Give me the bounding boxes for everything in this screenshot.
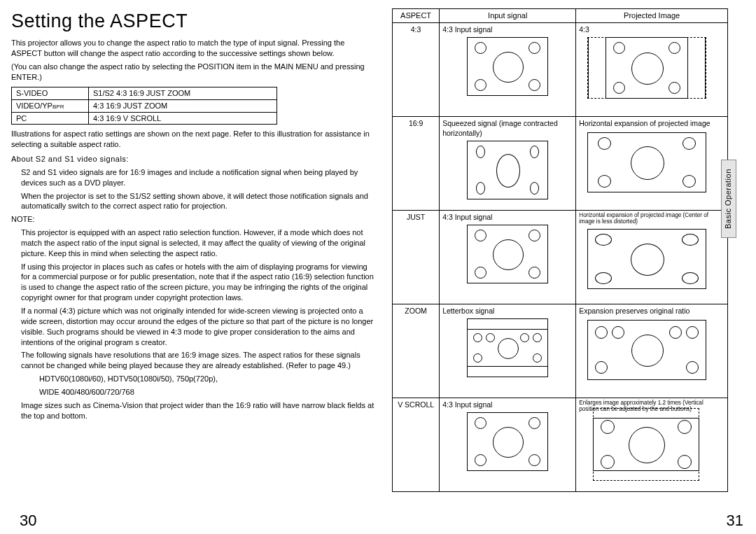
- page-number-right: 31: [727, 510, 743, 531]
- diagram-proj-vscroll: [579, 414, 724, 477]
- aspect-label: 4:3: [393, 22, 440, 116]
- intro-p2: (You can also change the aspect ratio by…: [11, 62, 375, 83]
- diagram-proj-just: [579, 227, 724, 294]
- sig-row-label: VIDEO/YPBPR: [12, 99, 89, 112]
- note-3: If a normal (4:3) picture which was not …: [11, 306, 375, 347]
- hdr-proj: Projected Image: [576, 9, 728, 23]
- input-cell: Letterbox signal: [440, 304, 576, 398]
- right-column: ASPECT Input signal Projected Image 4:3 …: [392, 8, 728, 492]
- page-number-left: 30: [20, 510, 36, 531]
- aspect-label: JUST: [393, 210, 440, 304]
- diagram-input-43: [442, 37, 573, 104]
- aspect-label: V SCROLL: [393, 398, 440, 491]
- note-4: The following signals have resolutions t…: [11, 350, 375, 371]
- sig-row-label: S-VIDEO: [12, 87, 89, 99]
- about-heading: About S2 and S1 video signals:: [11, 154, 375, 164]
- intro-p1: This projector allows you to change the …: [11, 38, 375, 59]
- section-tab: Basic Operation: [721, 160, 736, 238]
- about-p1: S2 and S1 video signals are for 16:9 ima…: [11, 167, 375, 188]
- note-after-table: Illustrations for aspect ratio settings …: [11, 129, 375, 150]
- note-2: If using this projector in places such a…: [11, 262, 375, 303]
- sig-row-modes: S1/S2 4:3 16:9 JUST ZOOM: [89, 87, 277, 99]
- diagram-input-vscroll: [442, 412, 573, 479]
- input-cell: 4:3 Input signal: [440, 210, 576, 304]
- sig-row-modes: 4:3 16:9 V SCROLL: [89, 112, 277, 125]
- proj-cell: 4:3: [576, 22, 728, 116]
- input-cell: 4:3 Input signal: [440, 22, 576, 116]
- proj-cell: Horizontal expansion of projected image: [576, 116, 728, 210]
- hdr-input: Input signal: [440, 9, 576, 23]
- aspect-label: 16:9: [393, 116, 440, 210]
- diagram-proj-43: [579, 37, 724, 104]
- left-column: Setting the ASPECT This projector allows…: [11, 8, 375, 492]
- note-4-sub2: WIDE 400/480/600/720/768: [11, 387, 375, 398]
- note-1: This projector is equipped with an aspec…: [11, 227, 375, 259]
- diagram-input-zoom: [442, 318, 573, 385]
- about-p2: When the projector is set to the S1/S2 s…: [11, 191, 375, 212]
- hdr-aspect: ASPECT: [393, 9, 440, 23]
- proj-cell: Expansion preserves original ratio: [576, 304, 728, 398]
- page-title: Setting the ASPECT: [11, 8, 375, 34]
- about-signals-block: About S2 and S1 video signals: S2 and S1…: [11, 154, 375, 211]
- diagram-proj-zoom: [579, 318, 724, 385]
- diagram-input-just: [442, 225, 573, 291]
- note-5: Image sizes such as Cinema-Vision that p…: [11, 400, 375, 421]
- input-cell: 4:3 Input signal: [440, 398, 576, 491]
- input-cell: Squeezed signal (image contracted horizo…: [440, 116, 576, 210]
- sig-row-modes: 4:3 16:9 JUST ZOOM: [89, 99, 277, 112]
- proj-cell: Enlarges image approximately 1.2 times (…: [576, 398, 728, 491]
- note-block: NOTE: This projector is equipped with an…: [11, 214, 375, 421]
- diagram-input-169: [442, 141, 573, 207]
- proj-cell: Horizontal expansion of projected image …: [576, 210, 728, 304]
- aspect-reference-table: ASPECT Input signal Projected Image 4:3 …: [392, 8, 728, 492]
- diagram-proj-169: [579, 131, 724, 197]
- sig-row-label: PC: [12, 112, 89, 125]
- note-4-sub1: HDTV60(1080i/60), HDTV50(1080i/50), 750p…: [11, 374, 375, 384]
- aspect-label: ZOOM: [393, 304, 440, 398]
- note-label: NOTE:: [11, 214, 375, 225]
- signal-mode-table: S-VIDEO S1/S2 4:3 16:9 JUST ZOOM VIDEO/Y…: [11, 87, 277, 125]
